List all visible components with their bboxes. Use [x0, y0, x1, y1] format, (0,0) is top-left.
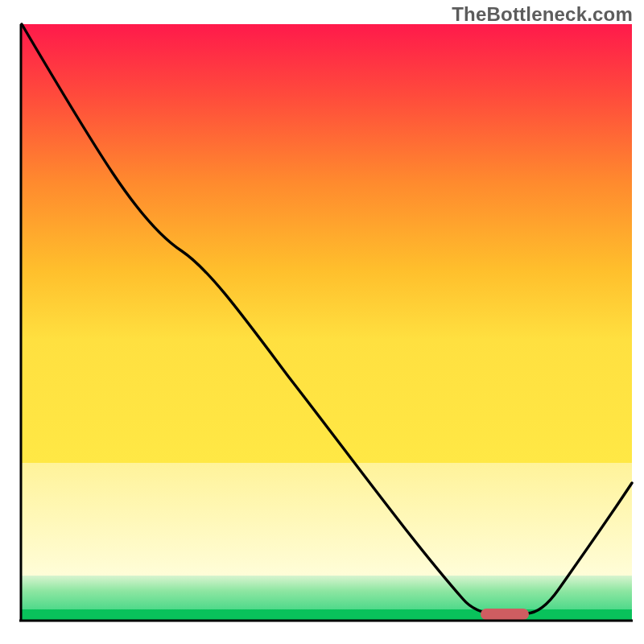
bg-band-green: [22, 576, 632, 609]
bg-band-pale: [22, 463, 632, 576]
bottleneck-chart: [0, 0, 644, 644]
bg-band-warm: [22, 24, 632, 463]
chart-container: TheBottleneck.com: [0, 0, 644, 644]
bg-band-bottom: [22, 609, 632, 620]
optimal-marker: [481, 609, 529, 620]
plot-area: [22, 24, 632, 620]
watermark-text: TheBottleneck.com: [452, 3, 633, 26]
